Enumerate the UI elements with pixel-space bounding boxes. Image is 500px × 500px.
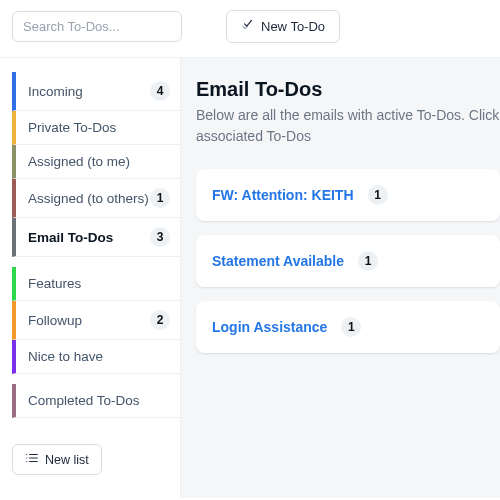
- sidebar-item-followup[interactable]: Followup2: [12, 301, 180, 340]
- page-title: Email To-Dos: [196, 78, 500, 101]
- sidebar-item-label: Private To-Dos: [28, 120, 116, 135]
- count-badge: 2: [150, 310, 170, 330]
- count-badge: 1: [150, 188, 170, 208]
- sidebar-item-label: Assigned (to others): [28, 191, 149, 206]
- sidebar-item-assigned-to-me[interactable]: Assigned (to me): [12, 145, 180, 179]
- email-card[interactable]: FW: Attention: KEITH1: [196, 169, 500, 221]
- email-card[interactable]: Login Assistance1: [196, 301, 500, 353]
- count-badge: 3: [150, 227, 170, 247]
- check-plus-icon: [241, 18, 255, 35]
- new-list-button[interactable]: New list: [12, 444, 102, 475]
- sidebar-item-private-to-dos[interactable]: Private To-Dos: [12, 111, 180, 145]
- sidebar-item-label: Followup: [28, 313, 82, 328]
- topbar: New To-Do: [0, 0, 500, 58]
- list-icon: [25, 451, 39, 468]
- sidebar: Incoming4Private To-DosAssigned (to me)A…: [0, 58, 180, 498]
- email-card[interactable]: Statement Available1: [196, 235, 500, 287]
- main-panel: Email To-Dos Below are all the emails wi…: [180, 58, 500, 498]
- sidebar-item-label: Incoming: [28, 84, 83, 99]
- email-title: FW: Attention: KEITH: [212, 187, 354, 203]
- sidebar-item-label: Email To-Dos: [28, 230, 113, 245]
- page-description: Below are all the emails with active To-…: [196, 105, 500, 147]
- sidebar-item-incoming[interactable]: Incoming4: [12, 72, 180, 111]
- search-input[interactable]: [12, 11, 182, 42]
- sidebar-item-assigned-to-others[interactable]: Assigned (to others)1: [12, 179, 180, 218]
- sidebar-item-label: Features: [28, 276, 81, 291]
- count-badge: 1: [341, 317, 361, 337]
- email-title: Statement Available: [212, 253, 344, 269]
- count-badge: 4: [150, 81, 170, 101]
- count-badge: 1: [358, 251, 378, 271]
- sidebar-item-email-to-dos[interactable]: Email To-Dos3: [12, 218, 180, 257]
- sidebar-item-label: Nice to have: [28, 349, 103, 364]
- new-todo-label: New To-Do: [261, 19, 325, 34]
- new-todo-button[interactable]: New To-Do: [226, 10, 340, 43]
- email-title: Login Assistance: [212, 319, 327, 335]
- count-badge: 1: [368, 185, 388, 205]
- new-list-label: New list: [45, 453, 89, 467]
- sidebar-item-label: Assigned (to me): [28, 154, 130, 169]
- sidebar-item-label: Completed To-Dos: [28, 393, 140, 408]
- sidebar-item-features[interactable]: Features: [12, 267, 180, 301]
- sidebar-item-completed-to-dos[interactable]: Completed To-Dos: [12, 384, 180, 418]
- sidebar-item-nice-to-have[interactable]: Nice to have: [12, 340, 180, 374]
